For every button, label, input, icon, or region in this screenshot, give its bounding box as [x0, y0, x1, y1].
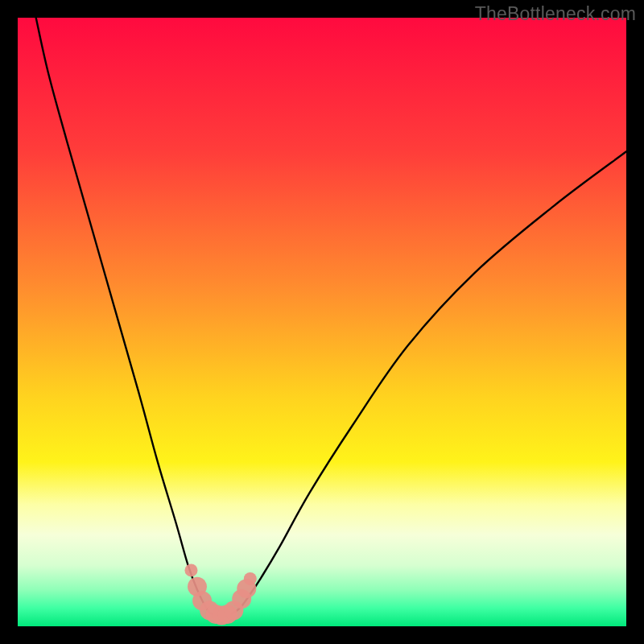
plot-area: [18, 18, 626, 626]
svg-point-11: [244, 572, 257, 585]
bottleneck-curve: [36, 18, 626, 615]
chart-frame: TheBottleneck.com: [0, 0, 644, 644]
svg-point-1: [184, 564, 197, 576]
curve-layer: [18, 18, 626, 626]
watermark-text: TheBottleneck.com: [475, 3, 636, 25]
bottleneck-markers: [184, 564, 256, 625]
